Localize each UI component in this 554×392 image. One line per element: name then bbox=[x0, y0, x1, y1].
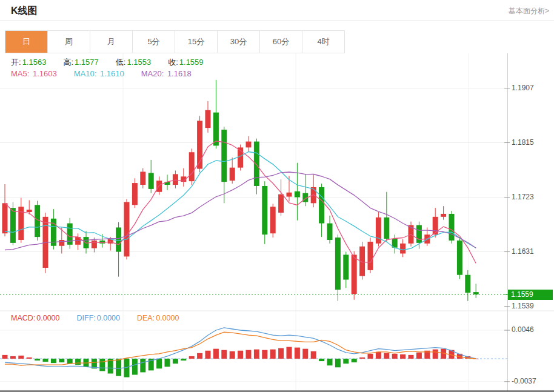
tab-period-2[interactable]: 月 bbox=[90, 31, 133, 53]
candle-body-up bbox=[352, 254, 357, 294]
tab-period-4[interactable]: 15分 bbox=[175, 31, 218, 53]
macd-hist-bar bbox=[51, 359, 56, 363]
candle-body-up bbox=[287, 193, 292, 197]
candle-body-down bbox=[457, 241, 462, 275]
tab-period-6[interactable]: 60分 bbox=[260, 31, 302, 53]
macd-hist-bar bbox=[67, 359, 73, 364]
candle-body-up bbox=[270, 207, 276, 233]
macd-hist-bar bbox=[205, 351, 211, 359]
ma-item-1: MA10: 1.1610 bbox=[74, 69, 128, 78]
macd-hist-bar bbox=[278, 348, 284, 359]
candle-body-up bbox=[400, 244, 405, 254]
macd-hist-bar bbox=[416, 353, 422, 359]
macd-hist-bar bbox=[392, 354, 398, 359]
candle-body-up bbox=[433, 217, 438, 234]
title-divider bbox=[0, 20, 554, 21]
candle-body-down bbox=[449, 214, 455, 241]
candle-body-up bbox=[368, 242, 373, 270]
candle-body-down bbox=[335, 238, 341, 290]
ohlc-item-2: 低:1.1553 bbox=[116, 58, 155, 67]
candle-body-down bbox=[473, 292, 479, 294]
candle-body-up bbox=[27, 210, 32, 212]
macd-hist-bar bbox=[295, 348, 300, 359]
candle-body-down bbox=[10, 208, 16, 243]
candle-body-down bbox=[149, 173, 154, 188]
candle-body-down bbox=[262, 186, 267, 234]
macd-hist-bar bbox=[327, 359, 333, 365]
price-tick-label-2: 1.1723 bbox=[512, 193, 534, 201]
tab-period-0[interactable]: 日 bbox=[5, 31, 48, 53]
candle-body-down bbox=[295, 191, 300, 198]
ma-item-2: MA20: 1.1618 bbox=[141, 69, 195, 78]
macd-tick-label-1: -0.0037 bbox=[512, 377, 536, 385]
macd-hist-bar bbox=[197, 353, 202, 359]
macd-hist-bar bbox=[173, 359, 178, 364]
macd-hist-bar bbox=[352, 359, 357, 362]
price-tick-label-3: 1.1631 bbox=[512, 247, 534, 256]
candle-body-down bbox=[116, 227, 121, 251]
macd-hist-bar bbox=[221, 350, 227, 359]
macd-hist-bar bbox=[43, 359, 48, 362]
candle-body-up bbox=[132, 183, 138, 205]
macd-hist-bar bbox=[384, 353, 389, 359]
macd-hist-bar bbox=[230, 351, 235, 359]
candle-body-down bbox=[221, 130, 227, 182]
tab-period-3[interactable]: 5分 bbox=[133, 31, 175, 53]
candle-body-up bbox=[59, 240, 64, 246]
macd-hist-bar bbox=[75, 359, 81, 365]
macd-hist-bar bbox=[343, 359, 349, 364]
ohlc-legend: 开:1.1563高:1.1577低:1.1553收:1.1559 bbox=[11, 57, 221, 68]
candle-body-down bbox=[465, 275, 470, 293]
macd-hist-bar bbox=[359, 357, 365, 359]
macd-hist-bar bbox=[238, 351, 243, 359]
candle-body-down bbox=[327, 224, 333, 240]
macd-item-2: DEA:0.0000 bbox=[137, 314, 182, 322]
ohlc-item-1: 高:1.1577 bbox=[63, 58, 102, 67]
price-tick-label-1: 1.1815 bbox=[512, 138, 534, 147]
candle-body-up bbox=[376, 218, 381, 244]
tab-period-1[interactable]: 周 bbox=[48, 31, 90, 53]
candle-body-up bbox=[230, 168, 235, 181]
macd-item-1: DIFF:0.0000 bbox=[77, 314, 124, 322]
macd-hist-bar bbox=[302, 349, 308, 359]
candle-body-up bbox=[124, 202, 130, 256]
candle-body-down bbox=[319, 187, 324, 224]
macd-hist-bar bbox=[189, 356, 195, 359]
tab-period-7[interactable]: 4时 bbox=[302, 31, 345, 53]
macd-legend: MACD:0.0000DIFF:0.0000DEA:0.0000 bbox=[11, 314, 196, 322]
macd-hist-bar bbox=[99, 359, 105, 371]
price-tick-label-0: 1.1907 bbox=[512, 84, 534, 92]
candle-body-up bbox=[189, 152, 195, 181]
macd-hist-bar bbox=[254, 350, 259, 359]
macd-hist-bar bbox=[181, 359, 186, 360]
candle-body-up bbox=[2, 203, 8, 233]
ohlc-item-0: 开:1.1563 bbox=[11, 58, 50, 67]
candle-body-up bbox=[205, 110, 211, 128]
macd-hist-bar bbox=[10, 356, 16, 359]
macd-hist-bar bbox=[335, 359, 341, 367]
macd-hist-bar bbox=[59, 359, 64, 362]
macd-hist-bar bbox=[132, 359, 138, 375]
macd-hist-bar bbox=[116, 359, 121, 376]
macd-hist-bar bbox=[270, 350, 276, 359]
ohlc-item-3: 收:1.1559 bbox=[168, 58, 207, 67]
macd-hist-bar bbox=[376, 352, 381, 359]
price-min-label: 1.1539 bbox=[512, 302, 534, 310]
tab-period-5[interactable]: 30分 bbox=[218, 31, 260, 53]
candle-body-down bbox=[35, 205, 40, 237]
macd-hist-bar bbox=[27, 357, 32, 359]
macd-hist-bar bbox=[400, 354, 405, 359]
candle-body-up bbox=[246, 142, 252, 148]
candle-body-up bbox=[278, 194, 284, 213]
macd-item-0: MACD:0.0000 bbox=[11, 314, 64, 322]
macd-hist-bar bbox=[213, 349, 219, 359]
candle-body-up bbox=[140, 171, 145, 185]
macd-hist-bar bbox=[433, 350, 438, 359]
macd-hist-bar bbox=[262, 350, 267, 359]
ma-item-0: MA5: 1.1603 bbox=[11, 69, 61, 78]
current-price-badge: 1.1559 bbox=[508, 290, 553, 300]
fundamental-analysis-link[interactable]: 基本面分析> bbox=[509, 6, 549, 16]
page-title: K线图 bbox=[11, 5, 38, 18]
candle-body-down bbox=[343, 254, 349, 279]
candle-body-down bbox=[416, 225, 422, 243]
